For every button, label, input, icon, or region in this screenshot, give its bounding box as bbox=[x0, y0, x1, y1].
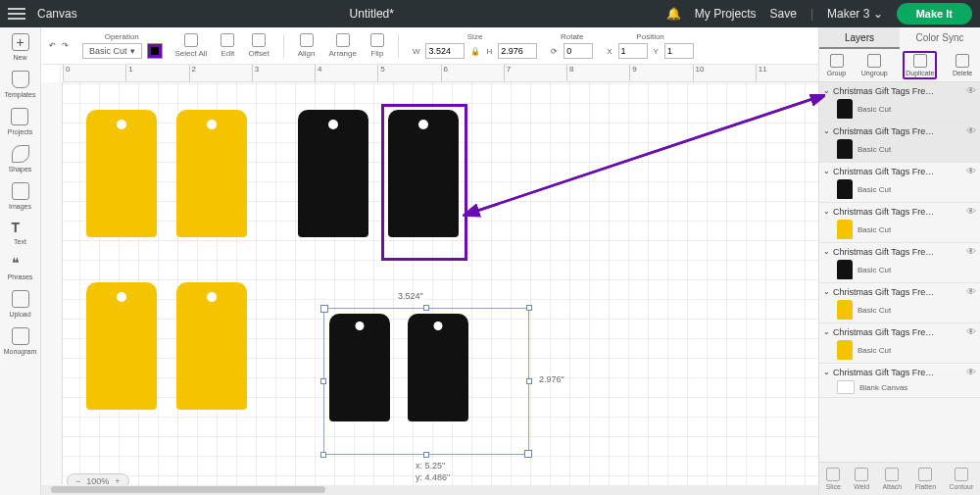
attach-button[interactable]: Attach bbox=[882, 468, 902, 490]
lock-aspect-icon[interactable]: 🔒 bbox=[470, 47, 480, 56]
layer-item[interactable]: ⌄Christmas Gift Tags Fre…👁 Basic Cut bbox=[819, 123, 980, 163]
chevron-down-icon[interactable]: ⌄ bbox=[823, 327, 830, 336]
horizontal-scrollbar[interactable] bbox=[41, 485, 818, 495]
redo-button[interactable]: ↷ bbox=[62, 41, 69, 50]
operation-label: Operation bbox=[105, 32, 139, 41]
sidebar-shapes[interactable]: Shapes bbox=[9, 145, 32, 173]
layer-item[interactable]: ⌄Christmas Gift Tags Fre…👁 Basic Cut bbox=[819, 283, 980, 323]
layers-list: ⌄Christmas Gift Tags Fre…👁 Basic Cut ⌄Ch… bbox=[819, 82, 980, 462]
sidebar-projects[interactable]: Projects bbox=[8, 108, 32, 135]
monogram-icon bbox=[12, 327, 29, 345]
select-all-button[interactable]: Select All bbox=[175, 33, 208, 58]
chevron-down-icon[interactable]: ⌄ bbox=[823, 287, 830, 296]
layer-item[interactable]: ⌄Christmas Gift Tags Fre…👁 Basic Cut bbox=[819, 203, 980, 243]
delete-button[interactable]: Delete bbox=[953, 54, 972, 76]
pos-x-readout: x: 5.25" bbox=[414, 461, 447, 470]
group-button[interactable]: Group bbox=[827, 54, 846, 76]
chevron-down-icon[interactable]: ⌄ bbox=[823, 247, 830, 256]
document-title[interactable]: Untitled* bbox=[89, 7, 655, 21]
ungroup-button[interactable]: Ungroup bbox=[861, 54, 888, 76]
separator: | bbox=[810, 7, 813, 21]
tab-color-sync[interactable]: Color Sync bbox=[900, 27, 980, 49]
visibility-icon[interactable]: 👁 bbox=[966, 166, 976, 176]
sidebar-phrases[interactable]: ❝Phrases bbox=[8, 255, 33, 280]
my-projects-link[interactable]: My Projects bbox=[695, 7, 757, 21]
save-link[interactable]: Save bbox=[770, 7, 797, 21]
layer-thumb bbox=[837, 380, 855, 394]
machine-selector[interactable]: Maker 3 ⌄ bbox=[827, 7, 883, 21]
hamburger-menu[interactable] bbox=[8, 8, 25, 20]
flip-button[interactable]: Flip bbox=[370, 33, 384, 58]
chevron-down-icon[interactable]: ⌄ bbox=[823, 368, 830, 376]
layer-item[interactable]: ⌄Christmas Gift Tags Fre…👁 Basic Cut bbox=[819, 323, 980, 364]
duplicate-button[interactable]: Duplicate bbox=[903, 51, 937, 79]
flip-icon bbox=[370, 33, 384, 47]
layer-item[interactable]: ⌄Christmas Gift Tags Fre…👁 Blank Canvas bbox=[819, 364, 980, 398]
layer-item[interactable]: ⌄Christmas Gift Tags Fre…👁 Basic Cut bbox=[819, 243, 980, 283]
tab-layers[interactable]: Layers bbox=[819, 27, 900, 49]
visibility-icon[interactable]: 👁 bbox=[966, 367, 976, 377]
sidebar-images[interactable]: Images bbox=[9, 182, 31, 210]
color-swatch[interactable] bbox=[148, 44, 162, 58]
sidebar-text[interactable]: TText bbox=[12, 220, 29, 245]
contour-button[interactable]: Contour bbox=[949, 468, 973, 490]
visibility-icon[interactable]: 👁 bbox=[966, 206, 976, 217]
height-input[interactable] bbox=[498, 43, 537, 59]
width-input[interactable] bbox=[425, 43, 465, 59]
tag-snowflake[interactable] bbox=[86, 110, 157, 237]
layer-thumb bbox=[837, 220, 853, 239]
dim-height: 2.976" bbox=[537, 374, 566, 384]
flatten-button[interactable]: Flatten bbox=[915, 468, 936, 490]
layer-thumb bbox=[837, 340, 853, 360]
sidebar-templates[interactable]: Templates bbox=[5, 71, 36, 98]
svg-line-1 bbox=[474, 98, 815, 212]
sidebar-monogram[interactable]: Monogram bbox=[4, 327, 36, 355]
visibility-icon[interactable]: 👁 bbox=[966, 85, 976, 96]
rotate-input[interactable] bbox=[564, 43, 593, 59]
slice-button[interactable]: Slice bbox=[826, 468, 841, 490]
contour-icon bbox=[955, 468, 968, 481]
visibility-icon[interactable]: 👁 bbox=[966, 326, 976, 337]
tag-joy[interactable] bbox=[176, 110, 247, 237]
sidebar-upload[interactable]: Upload bbox=[9, 290, 30, 318]
canvas[interactable]: 01234567891011 bbox=[41, 65, 818, 495]
offset-button[interactable]: Offset bbox=[248, 33, 269, 58]
select-all-icon bbox=[184, 33, 198, 47]
shirt-icon bbox=[12, 71, 29, 88]
ungroup-icon bbox=[867, 54, 881, 68]
left-sidebar: New Templates Projects Shapes Images TTe… bbox=[0, 27, 41, 495]
visibility-icon[interactable]: 👁 bbox=[966, 246, 976, 257]
group-icon bbox=[830, 54, 844, 68]
edit-icon bbox=[220, 33, 234, 47]
tag-tree[interactable] bbox=[86, 282, 157, 410]
image-icon bbox=[12, 182, 29, 200]
slice-icon bbox=[826, 468, 840, 481]
tag-black-1[interactable] bbox=[298, 110, 368, 237]
shapes-icon bbox=[12, 145, 29, 163]
operation-dropdown[interactable]: Basic Cut ▾ bbox=[82, 43, 142, 59]
scroll-thumb[interactable] bbox=[51, 486, 325, 493]
bell-icon[interactable]: 🔔 bbox=[666, 7, 681, 21]
sidebar-new[interactable]: New bbox=[12, 33, 29, 61]
pos-y-input[interactable] bbox=[664, 43, 694, 59]
visibility-icon[interactable]: 👁 bbox=[966, 125, 976, 136]
selection-box[interactable] bbox=[323, 308, 529, 455]
weld-icon bbox=[855, 468, 868, 481]
pos-x-input[interactable] bbox=[618, 43, 648, 59]
layer-thumb bbox=[837, 300, 853, 320]
edit-button[interactable]: Edit bbox=[220, 33, 234, 58]
weld-button[interactable]: Weld bbox=[854, 468, 869, 490]
arrange-button[interactable]: Arrange bbox=[328, 33, 356, 58]
tag-merry[interactable] bbox=[176, 282, 247, 410]
plus-icon bbox=[12, 33, 29, 51]
ruler-horizontal: 01234567891011 bbox=[63, 65, 818, 82]
rotate-icon: ⟳ bbox=[551, 47, 558, 56]
layer-item[interactable]: ⌄Christmas Gift Tags Fre…👁 Basic Cut bbox=[819, 82, 980, 123]
visibility-icon[interactable]: 👁 bbox=[966, 286, 976, 297]
layer-thumb bbox=[837, 139, 853, 159]
grid-icon bbox=[11, 108, 28, 125]
layer-item[interactable]: ⌄Christmas Gift Tags Fre…👁 Basic Cut bbox=[819, 163, 980, 203]
align-button[interactable]: Align bbox=[298, 33, 316, 58]
make-it-button[interactable]: Make It bbox=[897, 3, 972, 25]
undo-button[interactable]: ↶ bbox=[49, 41, 56, 50]
